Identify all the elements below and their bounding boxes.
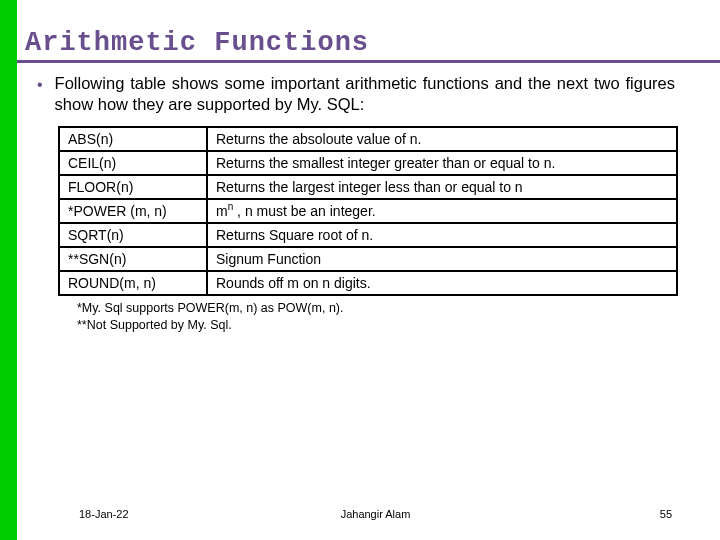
fn-desc: Returns Square root of n. (207, 223, 677, 247)
fn-desc: mn , n must be an integer. (207, 199, 677, 223)
footer-author: Jahangir Alam (277, 508, 475, 520)
slide-footer: 18-Jan-22 Jahangir Alam 55 (34, 508, 720, 520)
table-row: ROUND(m, n) Rounds off m on n digits. (59, 271, 677, 295)
footer-date: 18-Jan-22 (79, 508, 277, 520)
table-row: CEIL(n) Returns the smallest integer gre… (59, 151, 677, 175)
fn-name: SQRT(n) (59, 223, 207, 247)
fn-desc: Returns the largest integer less than or… (207, 175, 677, 199)
intro-paragraph: Following table shows some important ari… (55, 73, 675, 116)
bullet-icon: • (37, 73, 55, 96)
footnote-1: *My. Sql supports POWER(m, n) as POW(m, … (77, 300, 720, 317)
fn-name: ABS(n) (59, 127, 207, 151)
table-row: ABS(n) Returns the absoloute value of n. (59, 127, 677, 151)
functions-table: ABS(n) Returns the absoloute value of n.… (58, 126, 678, 296)
intro-text: • Following table shows some important a… (17, 73, 720, 116)
slide-content: Arithmetic Functions • Following table s… (17, 0, 720, 540)
table-row: FLOOR(n) Returns the largest integer les… (59, 175, 677, 199)
footer-page-number: 55 (474, 508, 690, 520)
fn-desc: Returns the absoloute value of n. (207, 127, 677, 151)
table-row: SQRT(n) Returns Square root of n. (59, 223, 677, 247)
fn-name: *POWER (m, n) (59, 199, 207, 223)
accent-bar (0, 0, 17, 540)
footnote-2: **Not Supported by My. Sql. (77, 317, 720, 334)
fn-name: **SGN(n) (59, 247, 207, 271)
table-row: **SGN(n) Signum Function (59, 247, 677, 271)
table-row: *POWER (m, n) mn , n must be an integer. (59, 199, 677, 223)
fn-desc: Signum Function (207, 247, 677, 271)
footnotes: *My. Sql supports POWER(m, n) as POW(m, … (17, 298, 720, 334)
page-title: Arithmetic Functions (17, 0, 720, 63)
fn-name: CEIL(n) (59, 151, 207, 175)
fn-name: FLOOR(n) (59, 175, 207, 199)
fn-desc: Returns the smallest integer greater tha… (207, 151, 677, 175)
fn-desc: Rounds off m on n digits. (207, 271, 677, 295)
fn-name: ROUND(m, n) (59, 271, 207, 295)
